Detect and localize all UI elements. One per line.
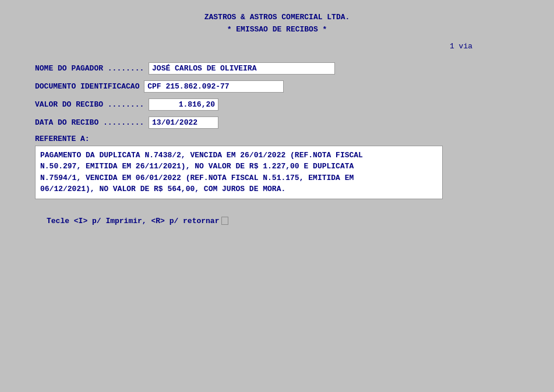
documento-label: DOCUMENTO IDENTIFICACAO bbox=[35, 82, 139, 91]
header-line1: ZASTROS & ASTROS COMERCIAL LTDA. bbox=[35, 12, 519, 24]
page-container: ZASTROS & ASTROS COMERCIAL LTDA. * EMISS… bbox=[0, 0, 554, 392]
documento-row: DOCUMENTO IDENTIFICACAO bbox=[35, 80, 519, 93]
valor-row: VALOR DO RECIBO ........ bbox=[35, 98, 519, 111]
documento-input[interactable] bbox=[144, 80, 284, 93]
cursor-box bbox=[221, 217, 228, 225]
valor-label: VALOR DO RECIBO ........ bbox=[35, 100, 144, 109]
nome-row: NOME DO PAGADOR ........ bbox=[35, 62, 519, 75]
referente-content: PAGAMENTO DA DUPLICATA N.7438/2, VENCIDA… bbox=[40, 151, 363, 194]
referente-label: REFERENTE A: bbox=[35, 135, 519, 143]
nome-input[interactable] bbox=[149, 62, 335, 75]
data-input[interactable] bbox=[149, 116, 218, 129]
form-section: NOME DO PAGADOR ........ DOCUMENTO IDENT… bbox=[35, 62, 519, 199]
footer-line: Tecle <I> p/ Imprimir, <R> p/ retornar bbox=[35, 217, 519, 225]
via-line: 1 via bbox=[35, 42, 519, 51]
footer-text: Tecle <I> p/ Imprimir, <R> p/ retornar bbox=[47, 217, 219, 225]
page-header: ZASTROS & ASTROS COMERCIAL LTDA. * EMISS… bbox=[35, 12, 519, 36]
data-row: DATA DO RECIBO ......... bbox=[35, 116, 519, 129]
nome-label: NOME DO PAGADOR ........ bbox=[35, 64, 144, 73]
valor-input[interactable] bbox=[149, 98, 218, 111]
referente-text: PAGAMENTO DA DUPLICATA N.7438/2, VENCIDA… bbox=[35, 146, 443, 199]
data-label: DATA DO RECIBO ......... bbox=[35, 118, 144, 127]
header-line2: * EMISSAO DE RECIBOS * bbox=[35, 24, 519, 36]
via-text: 1 via bbox=[450, 42, 472, 51]
